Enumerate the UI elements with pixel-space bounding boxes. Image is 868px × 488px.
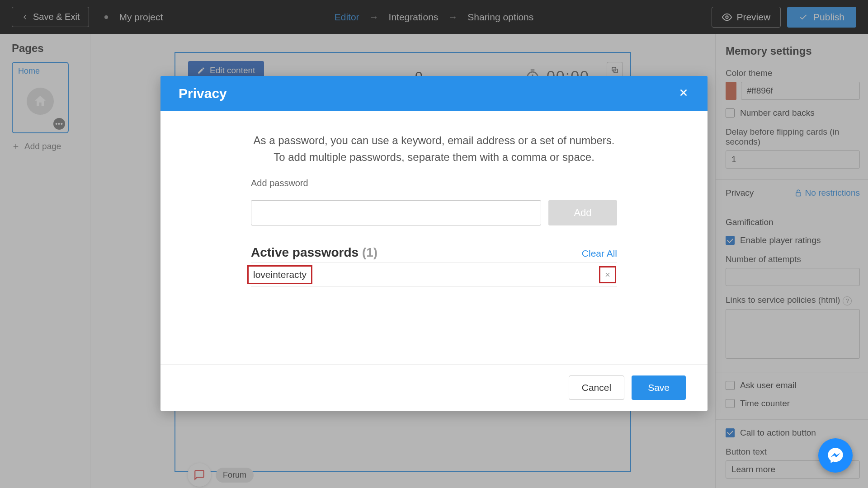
messenger-icon [826, 446, 844, 465]
close-icon [678, 87, 689, 99]
add-password-button[interactable]: Add [548, 200, 617, 225]
save-button[interactable]: Save [632, 375, 686, 400]
cancel-button[interactable]: Cancel [569, 375, 624, 400]
modal-close-button[interactable] [678, 87, 689, 100]
modal-body: As a password, you can use a keyword, em… [160, 111, 708, 364]
add-password-input[interactable] [251, 200, 541, 225]
add-password-label: Add password [251, 178, 617, 188]
close-icon [604, 271, 611, 278]
modal-hint: As a password, you can use a keyword, em… [251, 132, 617, 165]
modal-footer: Cancel Save [160, 364, 708, 411]
active-passwords-title: Active passwords (1) [251, 245, 377, 260]
password-delete-button[interactable] [599, 266, 616, 283]
active-passwords-count: (1) [362, 245, 377, 259]
password-chip: loveinteracty [247, 265, 312, 284]
modal-overlay[interactable]: Privacy As a password, you can use a key… [0, 0, 868, 488]
modal-header: Privacy [160, 76, 708, 111]
modal-title: Privacy [179, 86, 227, 101]
clear-all-button[interactable]: Clear All [582, 248, 617, 259]
messenger-fab[interactable] [818, 438, 853, 473]
password-row: loveinteracty [251, 263, 617, 287]
modal-hint-line2: To add multiple passwords, separate them… [251, 149, 617, 165]
modal-hint-line1: As a password, you can use a keyword, em… [251, 132, 617, 149]
privacy-modal: Privacy As a password, you can use a key… [160, 76, 708, 411]
